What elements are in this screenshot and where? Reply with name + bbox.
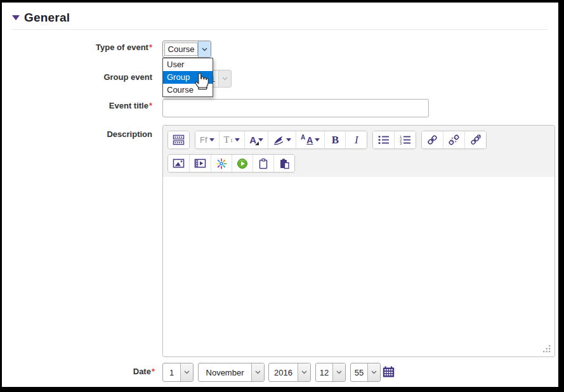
record-media-button[interactable] [232,155,253,172]
svg-text:3: 3 [400,141,402,145]
dropdown-option-user[interactable]: User [163,58,213,71]
section-divider [12,29,548,30]
type-of-event-dropdown: User Group Course [162,58,213,97]
paste-special-button[interactable] [274,155,294,172]
font-family-button[interactable]: Ff [195,131,220,148]
dropdown-option-course[interactable]: Course [163,84,213,96]
clipboard-pages-icon [279,158,290,169]
highlight-button[interactable] [268,131,296,148]
caret-down-icon [286,138,291,141]
unordered-list-button[interactable] [373,131,395,148]
emoji-icon [216,158,227,169]
prevent-autolink-button[interactable] [465,131,486,148]
description-editor-content[interactable] [163,177,554,356]
color-corner-icon [255,141,259,145]
event-title-input[interactable] [162,99,429,117]
font-size-button[interactable]: T↕ [220,131,246,148]
date-day-select[interactable]: 1 [162,363,193,382]
calendar-icon [383,366,395,377]
record-icon [237,158,248,169]
insert-image-button[interactable] [168,155,190,172]
link-button[interactable] [422,131,443,148]
media-icon [194,158,206,169]
unlink-button[interactable] [443,131,465,148]
collapse-triangle-icon[interactable] [12,15,20,20]
form-page: General Type of event* Course User Group… [2,3,558,387]
chevron-down-icon [367,363,380,381]
section-header-general[interactable]: General [12,11,70,25]
chevron-down-icon [332,363,345,381]
type-of-event-label: Type of event* [2,42,152,52]
autolink-off-icon [469,134,482,146]
chevron-down-icon [251,363,264,381]
caret-down-icon [209,138,214,141]
toolbar-toggle-button[interactable] [168,131,189,148]
required-asterisk: * [149,42,152,52]
editor-toolbar: Ff T↕ A [163,126,554,177]
chevron-down-icon [298,363,310,381]
date-minute-select[interactable]: 55 [350,363,381,382]
chevron-down-icon [218,70,231,87]
emoji-picker-button[interactable] [211,155,232,172]
pen-icon [273,135,284,145]
ordered-list-button[interactable]: 1 2 3 [395,131,416,148]
required-asterisk: * [152,367,155,376]
chevron-down-icon[interactable] [198,41,211,57]
dropdown-option-group[interactable]: Group [163,71,213,84]
caret-down-icon [315,138,320,141]
paste-button[interactable] [253,155,274,172]
unlink-icon [448,134,460,146]
description-label: Description [2,129,152,139]
image-icon [173,158,185,169]
bold-button[interactable]: B [325,131,346,148]
italic-button[interactable]: I [346,131,367,148]
group-event-label: Group event [2,72,152,82]
clipboard-icon [258,158,269,169]
font-color-button[interactable]: A [245,131,268,148]
date-month-select[interactable]: November [198,363,265,382]
section-title: General [24,11,70,25]
required-asterisk: * [149,101,152,110]
type-of-event-select[interactable]: Course [162,41,211,58]
bullet-list-icon [377,134,390,145]
date-year-select[interactable]: 2016 [268,363,311,382]
caret-down-icon [258,138,263,141]
resize-handle-icon[interactable] [542,344,551,353]
numbered-list-icon: 1 2 3 [399,134,411,145]
link-icon [426,134,438,146]
text-case-button[interactable]: AA [296,131,325,148]
caret-down-icon [235,138,240,141]
description-editor: Ff T↕ A [162,125,555,357]
insert-media-button[interactable] [190,155,211,172]
calendar-picker-button[interactable] [383,366,395,377]
size-arrows-icon: ↕ [230,137,233,143]
event-title-label: Event title* [2,101,152,110]
chevron-down-icon [180,363,193,381]
date-label: Date* [2,367,155,376]
collapse-toolbar-icon [173,134,185,146]
date-hour-select[interactable]: 12 [315,363,346,382]
